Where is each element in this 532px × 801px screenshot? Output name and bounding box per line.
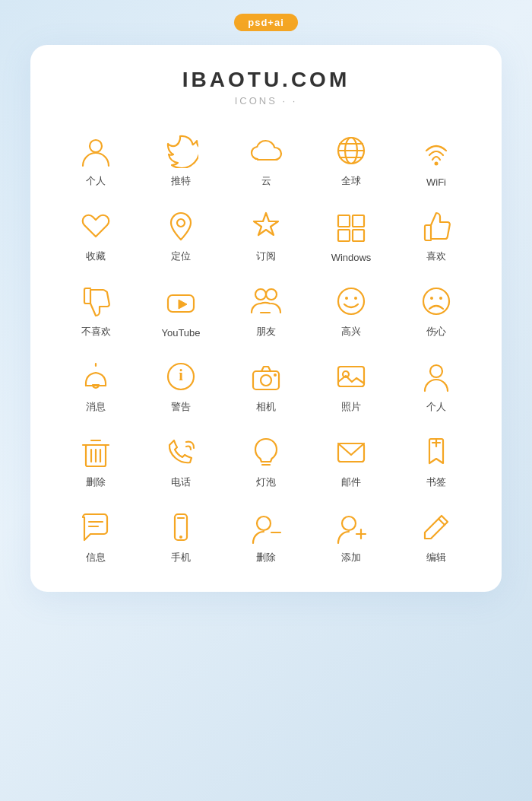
icon-cell-happy: 高兴 [309,274,394,343]
happy-icon [331,281,371,321]
phone-icon [161,432,201,472]
icon-cell-mobile: 手机 [138,500,223,569]
heart-icon [76,206,116,246]
thumbup-label: 喜欢 [426,250,446,263]
thumbdown-label: 不喜欢 [81,325,111,339]
svg-point-15 [255,289,266,300]
globe-label: 全球 [341,174,361,188]
icon-cell-phone: 电话 [138,424,223,494]
photo-icon [331,357,371,396]
useradd-icon [331,507,371,547]
icon-cell-friends: 朋友 [223,274,309,343]
message-icon [76,507,116,547]
icon-cell-location: 定位 [138,199,223,268]
wifi-icon [416,133,456,173]
camera-label: 相机 [256,400,276,414]
svg-point-27 [274,373,277,377]
useremove-label: 删除 [256,551,276,564]
card-title: IBAOTU.COM [53,68,479,92]
wifi-label: WiFi [426,176,446,188]
globe-icon [331,131,371,170]
icon-cell-mail: 邮件 [309,424,394,494]
cloud-label: 云 [261,174,271,188]
icon-cell-person: 个人 [53,123,138,192]
person-icon [76,131,116,170]
svg-point-17 [338,288,364,314]
svg-point-16 [266,289,277,300]
icon-cell-camera: 相机 [223,349,309,418]
mobile-icon [161,507,201,547]
svg-point-26 [261,375,271,386]
message-label: 信息 [86,551,106,564]
happy-label: 高兴 [341,325,361,339]
icon-cell-heart: 收藏 [53,199,138,268]
svg-text:i: i [179,367,183,383]
svg-rect-28 [338,367,364,386]
svg-point-48 [342,517,356,530]
edit-label: 编辑 [426,551,446,564]
bell-icon [76,357,116,396]
icon-cell-useradd: 添加 [309,500,394,569]
svg-point-0 [90,140,102,152]
icon-cell-thumbup: 喜欢 [394,199,479,268]
thumbdown-icon [76,281,116,321]
mobile-label: 手机 [171,551,191,564]
icon-cell-photo: 照片 [309,349,394,418]
cloud-icon [246,131,286,170]
svg-point-44 [179,536,182,539]
svg-point-21 [430,297,433,300]
user-label: 个人 [426,400,446,414]
youtube-label: YouTube [161,327,200,339]
icons-grid: 个人推特云 全球 WiFi收藏 定位订阅 Windows喜欢不喜欢 YouTub… [53,123,479,569]
location-label: 定位 [171,250,191,263]
svg-point-20 [423,288,449,314]
person-label: 个人 [86,174,106,188]
icon-cell-wifi: WiFi [394,123,479,192]
icon-cell-youtube: YouTube [138,274,223,343]
icon-cell-info: i警告 [138,349,223,418]
bulb-icon [246,432,286,472]
edit-icon [416,507,456,547]
star-icon [246,206,286,246]
twitter-label: 推特 [171,174,191,188]
icon-cell-star: 订阅 [223,199,309,268]
sad-label: 伤心 [426,325,446,339]
photo-label: 照片 [341,400,361,414]
icon-cell-sad: 伤心 [394,274,479,343]
phone-label: 电话 [171,475,191,489]
trash-icon [76,432,116,472]
icon-cell-thumbdown: 不喜欢 [53,274,138,343]
icon-cell-user: 个人 [394,349,479,418]
friends-icon [246,281,286,321]
icon-cell-message: 信息 [53,500,138,569]
bookmark-label: 书签 [426,475,446,489]
bell-label: 消息 [86,400,106,414]
svg-point-7 [177,219,185,227]
icon-cell-globe: 全球 [309,123,394,192]
icon-cell-twitter: 推特 [138,123,223,192]
friends-label: 朋友 [256,325,276,339]
svg-rect-9 [338,215,350,227]
sad-icon [416,281,456,321]
windows-label: Windows [331,252,372,263]
main-card: IBAOTU.COM ICONS · · 个人推特云 全球 WiFi收藏 定位订… [30,45,502,592]
icon-cell-edit: 编辑 [394,500,479,569]
star-label: 订阅 [256,250,276,263]
icon-cell-trash: 删除 [53,424,138,494]
svg-point-46 [257,517,271,530]
heart-label: 收藏 [86,250,106,263]
camera-icon [246,357,286,396]
useradd-label: 添加 [341,551,361,564]
thumbup-icon [416,206,456,246]
user-icon [416,357,456,396]
card-subtitle: ICONS · · [53,95,479,106]
info-label: 警告 [171,400,191,414]
svg-point-30 [430,365,442,377]
bulb-label: 灯泡 [256,475,276,489]
icon-cell-useremove: 删除 [223,500,309,569]
youtube-icon [161,284,201,323]
icon-cell-cloud: 云 [223,123,309,192]
top-badge: psd+ai [234,14,298,31]
svg-point-22 [439,297,442,300]
icon-cell-bulb: 灯泡 [223,424,309,494]
